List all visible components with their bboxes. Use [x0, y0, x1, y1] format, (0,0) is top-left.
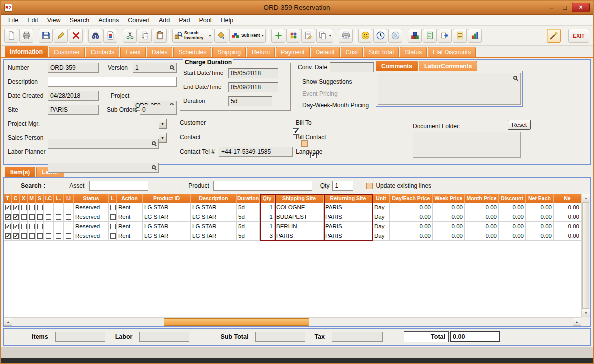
number-field[interactable]: ORD-359: [48, 63, 99, 73]
column-header-returning-site[interactable]: Returning Site: [324, 194, 373, 203]
print-button[interactable]: [20, 29, 34, 43]
row-checkbox[interactable]: [6, 205, 11, 210]
vertical-scroll-thumb[interactable]: [582, 202, 590, 309]
start-date-field[interactable]: 05/05/2018: [228, 68, 278, 78]
dropdown-arrow-icon[interactable]: ▼: [261, 34, 264, 38]
menu-view[interactable]: View: [43, 17, 66, 24]
tab-information[interactable]: Information: [5, 46, 48, 57]
product-input[interactable]: [214, 181, 312, 191]
version-field[interactable]: 1: [133, 63, 177, 73]
smiley-face-button[interactable]: [358, 29, 372, 43]
menu-convert[interactable]: Convert: [124, 17, 154, 24]
tab-status[interactable]: Status: [400, 47, 427, 57]
tab-shipping[interactable]: Shipping: [212, 47, 246, 57]
tab-contacts[interactable]: Contacts: [86, 47, 120, 57]
row-checkbox[interactable]: [38, 205, 43, 210]
tab-cost[interactable]: Cost: [341, 47, 364, 57]
site-field[interactable]: PARIS: [48, 105, 99, 115]
project-mgr-dropdown[interactable]: ▼: [159, 119, 167, 129]
sales-person-field[interactable]: [48, 163, 159, 173]
date-created-field[interactable]: 04/28/2018: [48, 91, 99, 101]
row-checkbox[interactable]: [56, 214, 62, 220]
update-existing-lines-checkbox[interactable]: [366, 183, 373, 190]
row-checkbox[interactable]: [56, 234, 62, 239]
row-checkbox[interactable]: [110, 205, 116, 210]
horizontal-scroll-track[interactable]: [12, 318, 573, 326]
row-checkbox[interactable]: [14, 234, 19, 239]
row-checkbox[interactable]: [14, 205, 19, 210]
row-checkbox[interactable]: [66, 224, 72, 230]
close-button[interactable]: ×: [572, 3, 590, 12]
menu-file[interactable]: File: [4, 17, 23, 24]
column-header-s[interactable]: S: [36, 194, 44, 203]
row-checkbox[interactable]: [14, 224, 19, 230]
vertical-scrollbar[interactable]: ▲ ▼: [582, 194, 590, 318]
copy-pages-button[interactable]: ▼: [316, 29, 334, 43]
copy-button[interactable]: [138, 29, 152, 43]
new-document-button[interactable]: [4, 29, 18, 43]
search-icon[interactable]: [514, 76, 518, 80]
fill-bucket-button[interactable]: [214, 29, 228, 43]
tab-return[interactable]: Return: [247, 47, 275, 57]
row-checkbox[interactable]: [30, 214, 35, 220]
column-header-l[interactable]: L: [109, 194, 117, 203]
column-header-product-id[interactable]: Product ID: [143, 194, 191, 203]
column-header-shipping-site[interactable]: Shipping Site: [275, 194, 324, 203]
contact-tel-field[interactable]: +44-17-5349-1585: [219, 147, 293, 157]
column-header-description[interactable]: Description: [191, 194, 237, 203]
table-row[interactable]: ReservedRentLG STARLG STAR5d3PARISPARISD…: [4, 232, 582, 241]
tab-schedules[interactable]: Schedules: [174, 47, 212, 57]
scroll-up-arrow[interactable]: ▲: [582, 194, 590, 202]
row-checkbox[interactable]: [66, 214, 72, 220]
column-header-i[interactable]: I...: [54, 194, 64, 203]
column-header-week-price[interactable]: Week Price: [433, 194, 465, 203]
scroll-down-arrow[interactable]: ▼: [582, 309, 590, 318]
search-inventory-button[interactable]: Search Inventory▼: [172, 29, 214, 43]
edit-button[interactable]: [54, 29, 68, 43]
search-icon[interactable]: [152, 166, 156, 170]
column-header-action[interactable]: Action: [117, 194, 143, 203]
row-checkbox[interactable]: [46, 224, 52, 230]
menu-search[interactable]: Search: [66, 17, 94, 24]
paste-button[interactable]: [153, 29, 167, 43]
tab-customer[interactable]: Customer: [49, 47, 85, 57]
column-header-duration[interactable]: Duration: [237, 194, 260, 203]
asset-input[interactable]: [90, 181, 148, 191]
column-header-t[interactable]: T: [4, 194, 12, 203]
row-checkbox[interactable]: [46, 234, 52, 239]
scroll-right-arrow[interactable]: ►: [573, 318, 582, 326]
menu-add[interactable]: Add: [154, 17, 174, 24]
find-button[interactable]: [88, 29, 102, 43]
table-row[interactable]: ReservedRentLG STARLG STAR5d1BUDAPESTPAR…: [4, 212, 582, 222]
table-row[interactable]: ReservedRentLG STARLG STAR5d1BERLINPARIS…: [4, 222, 582, 232]
qty-input[interactable]: 1: [332, 181, 354, 191]
tab-default[interactable]: Default: [311, 47, 340, 57]
row-checkbox[interactable]: [56, 205, 62, 210]
column-header-c[interactable]: C: [12, 194, 20, 203]
row-checkbox[interactable]: [110, 224, 116, 230]
horizontal-scrollbar[interactable]: ◄ ►: [4, 318, 582, 326]
tab-comments[interactable]: Comments: [376, 61, 418, 71]
column-header-discount[interactable]: Discount: [499, 194, 526, 203]
document-folder-box[interactable]: [413, 132, 521, 158]
sub-orders-field[interactable]: 0: [140, 105, 177, 115]
add-item-button[interactable]: [272, 29, 286, 43]
exit-button[interactable]: EXIT: [568, 29, 590, 43]
row-checkbox[interactable]: [6, 234, 11, 239]
column-header-i-i[interactable]: I.I: [64, 194, 74, 203]
tab-dates[interactable]: Dates: [147, 47, 172, 57]
column-header-net-each[interactable]: Net Each: [526, 194, 554, 203]
report-chart-button[interactable]: [468, 29, 482, 43]
export-arrow-button[interactable]: [438, 29, 452, 43]
menu-help[interactable]: Help: [216, 17, 238, 24]
row-checkbox[interactable]: [14, 214, 19, 220]
dropdown-arrow-icon[interactable]: ▼: [208, 34, 212, 38]
column-header-unit[interactable]: Unit: [373, 194, 390, 203]
end-date-field[interactable]: 05/09/2018: [228, 82, 278, 92]
conv-date-field[interactable]: [330, 62, 374, 72]
tab-item-s[interactable]: Item(s): [5, 167, 36, 177]
search-icon[interactable]: [152, 142, 156, 146]
row-checkbox[interactable]: [30, 205, 35, 210]
column-header-month-price[interactable]: Month Price: [465, 194, 499, 203]
horizontal-scroll-thumb[interactable]: [164, 318, 310, 326]
